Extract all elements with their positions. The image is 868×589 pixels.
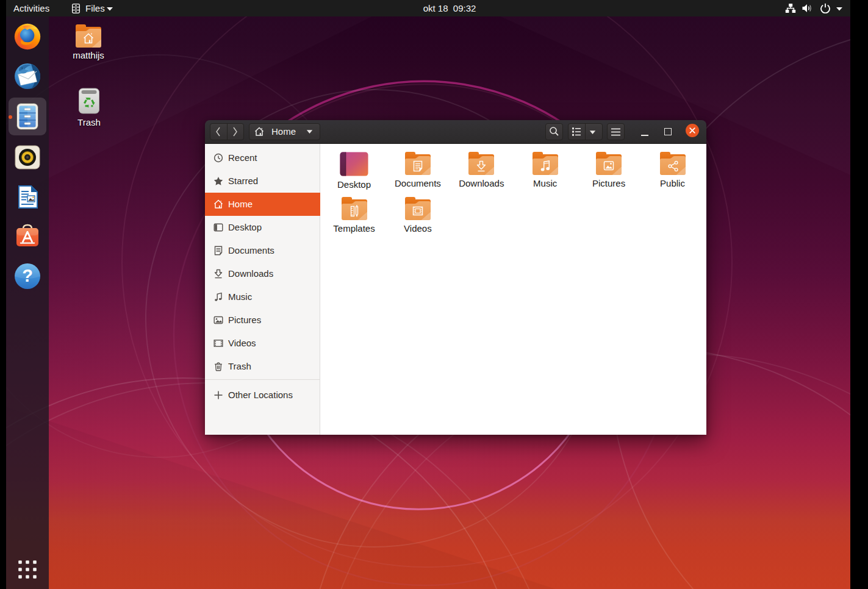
svg-text:?: ?: [22, 266, 33, 285]
